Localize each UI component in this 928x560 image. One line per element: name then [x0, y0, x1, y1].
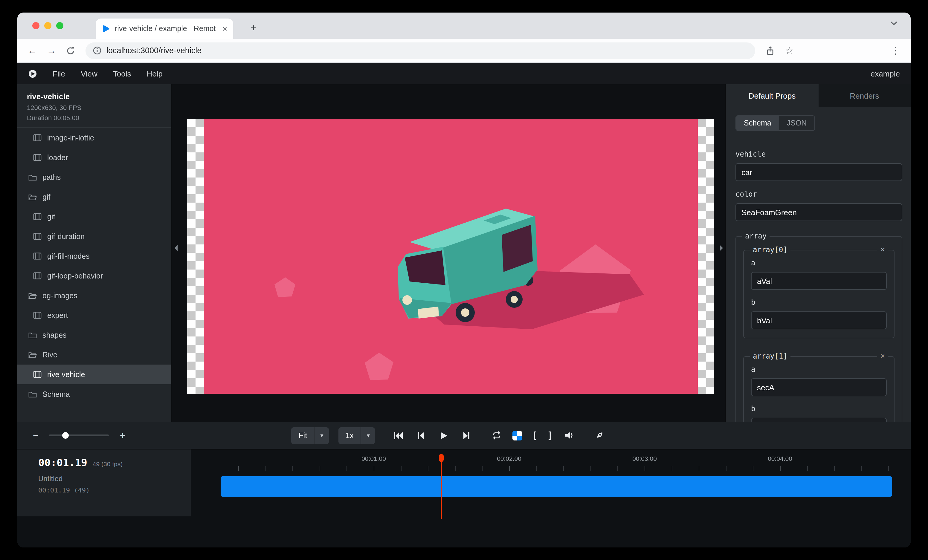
- sidebar-item-gif-folder[interactable]: gif: [17, 187, 171, 207]
- volume-icon[interactable]: [563, 429, 576, 442]
- sidebar-item-gif-duration[interactable]: gif-duration: [17, 227, 171, 246]
- zoom-slider-knob[interactable]: [63, 432, 69, 439]
- sidebar-item-expert[interactable]: expert: [17, 305, 171, 325]
- sidebar-item-paths[interactable]: paths: [17, 167, 171, 187]
- window-controls: [32, 22, 63, 29]
- remove-array-item-icon[interactable]: ×: [878, 352, 888, 361]
- url-text: localhost:3000/rive-vehicle: [107, 46, 201, 55]
- back-button[interactable]: ←: [24, 43, 40, 58]
- remove-array-item-icon[interactable]: ×: [878, 245, 888, 254]
- vehicle-artwork: [204, 119, 698, 394]
- tab-renders[interactable]: Renders: [818, 84, 911, 107]
- array-fieldset: array array[0] × a b: [736, 232, 902, 422]
- sidebar-item-schema[interactable]: Schema: [17, 384, 171, 404]
- field-label-a: a: [751, 259, 887, 267]
- sidebar-item-label: gif-duration: [47, 232, 85, 240]
- reload-button[interactable]: [63, 43, 78, 58]
- menu-view[interactable]: View: [81, 69, 98, 78]
- current-frame-info: 49 (30 fps): [93, 460, 122, 467]
- playhead[interactable]: [441, 454, 442, 519]
- sidebar-item-rive-vehicle[interactable]: rive-vehicle: [17, 365, 171, 384]
- zoom-out-button[interactable]: −: [33, 430, 38, 441]
- tab-schema[interactable]: Schema: [736, 116, 779, 130]
- browser-tab[interactable]: rive-vehicle / example - Remot ×: [96, 18, 233, 39]
- array-item-0: array[0] × a b: [743, 250, 894, 338]
- collapse-right-panel-arrow-icon[interactable]: [718, 243, 724, 253]
- collapse-left-sidebar-arrow-icon[interactable]: [173, 243, 179, 253]
- share-icon[interactable]: [762, 43, 778, 58]
- timeline-ruler[interactable]: 00:01.00 00:02.00 00:03.00 00:04.00: [221, 453, 892, 466]
- tab-title: rive-vehicle / example - Remot: [115, 24, 218, 33]
- array-label: array: [742, 232, 769, 240]
- tab-json[interactable]: JSON: [779, 116, 815, 130]
- out-point-button[interactable]: ]: [547, 430, 553, 441]
- sidebar-item-og-images[interactable]: og-images: [17, 286, 171, 305]
- play-button[interactable]: [437, 429, 450, 442]
- menu-help[interactable]: Help: [147, 69, 163, 78]
- array-0-b-input[interactable]: [751, 311, 887, 329]
- sidebar-item-label: gif: [47, 213, 55, 221]
- tab-close-icon[interactable]: ×: [223, 24, 227, 33]
- render-rocket-icon[interactable]: [592, 429, 606, 442]
- ruler-label: 00:03.00: [632, 455, 657, 462]
- sidebar-item-shapes[interactable]: shapes: [17, 325, 171, 345]
- sidebar-item-gif-fill-modes[interactable]: gif-fill-modes: [17, 246, 171, 266]
- zoom-in-button[interactable]: +: [120, 430, 125, 441]
- composition-icon: [33, 133, 42, 142]
- track-duration: 00:01.19 (49): [38, 487, 182, 494]
- fit-select[interactable]: Fit ▾: [291, 427, 328, 444]
- browser-menu-kebab-icon[interactable]: ⋮: [888, 43, 904, 58]
- transparency-checkerboard-toggle[interactable]: [513, 431, 522, 440]
- close-window-button[interactable]: [32, 22, 40, 29]
- composition-info-header: rive-vehicle 1200x630, 30 FPS Duration 0…: [17, 84, 171, 128]
- composition-icon: [33, 153, 42, 162]
- bookmark-star-icon[interactable]: ☆: [781, 43, 797, 58]
- composition-name: rive-vehicle: [27, 92, 162, 101]
- page-info-icon[interactable]: [93, 46, 102, 55]
- compositions-sidebar: rive-vehicle 1200x630, 30 FPS Duration 0…: [17, 84, 172, 422]
- address-bar[interactable]: localhost:3000/rive-vehicle: [85, 42, 755, 59]
- zoom-slider[interactable]: [49, 435, 109, 436]
- array-item-1-label: array[1]: [750, 352, 791, 361]
- track-name: Untitled: [38, 475, 182, 483]
- menu-tools[interactable]: Tools: [113, 69, 131, 78]
- previous-frame-button[interactable]: [415, 429, 428, 442]
- tab-default-props[interactable]: Default Props: [726, 84, 818, 107]
- playback-rate-select[interactable]: 1x ▾: [338, 427, 375, 444]
- sidebar-item-image-in-lottie[interactable]: image-in-lottie: [17, 128, 171, 148]
- field-label-b: b: [751, 405, 887, 413]
- browser-window: rive-vehicle / example - Remot × + ← → l…: [17, 12, 911, 548]
- sidebar-item-loader[interactable]: loader: [17, 148, 171, 167]
- project-name-label: example: [871, 69, 900, 78]
- sidebar-item-gif[interactable]: gif: [17, 207, 171, 227]
- skip-to-start-button[interactable]: [392, 429, 405, 442]
- remotion-logo-icon: [28, 69, 37, 78]
- sidebar-item-label: gif-fill-modes: [47, 252, 90, 260]
- vehicle-input[interactable]: [736, 163, 902, 181]
- minimize-window-button[interactable]: [44, 22, 52, 29]
- array-1-a-input[interactable]: [751, 378, 887, 396]
- array-1-b-input[interactable]: [751, 418, 887, 422]
- sidebar-item-gif-loop-behavior[interactable]: gif-loop-behavior: [17, 266, 171, 286]
- props-panel-tabs: Default Props Renders: [726, 84, 911, 107]
- sidebar-item-label: Schema: [43, 390, 70, 398]
- sidebar-item-label: gif-loop-behavior: [47, 272, 103, 280]
- composition-icon: [33, 370, 42, 379]
- current-timecode: 00:01.19: [38, 457, 87, 469]
- field-label-b: b: [751, 298, 887, 307]
- zoom-window-button[interactable]: [56, 22, 63, 29]
- next-frame-button[interactable]: [460, 429, 473, 442]
- array-0-a-input[interactable]: [751, 272, 887, 290]
- timeline-info-panel: 00:01.19 49 (30 fps) Untitled 00:01.19 (…: [17, 449, 191, 516]
- color-input[interactable]: [736, 203, 902, 221]
- chevron-down-icon: ▾: [361, 427, 375, 444]
- in-point-button[interactable]: [: [532, 430, 537, 441]
- forward-button[interactable]: →: [44, 43, 59, 58]
- composition-canvas: [204, 119, 698, 394]
- menu-file[interactable]: File: [53, 69, 65, 78]
- loop-toggle-icon[interactable]: [490, 429, 503, 442]
- sidebar-item-rive-folder[interactable]: Rive: [17, 345, 171, 365]
- tab-search-chevron-icon[interactable]: [890, 21, 897, 26]
- timeline-sequence-bar[interactable]: [221, 476, 892, 497]
- new-tab-button[interactable]: +: [246, 20, 261, 36]
